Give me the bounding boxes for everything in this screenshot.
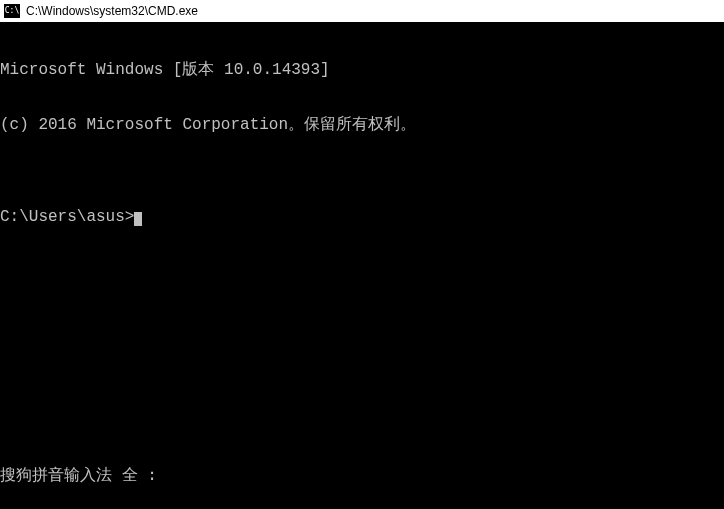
ime-status-bar: 搜狗拼音输入法 全 : <box>0 463 724 486</box>
terminal-line-copyright: (c) 2016 Microsoft Corporation。保留所有权利。 <box>0 116 724 134</box>
terminal-prompt: C:\Users\asus> <box>0 208 134 226</box>
ime-status-text: 搜狗拼音输入法 全 : <box>0 466 157 484</box>
terminal-line-version: Microsoft Windows [版本 10.0.14393] <box>0 61 724 79</box>
cursor <box>134 212 142 226</box>
terminal-area[interactable]: Microsoft Windows [版本 10.0.14393] (c) 20… <box>0 22 724 486</box>
cmd-icon: C:\ <box>4 4 20 18</box>
terminal-prompt-line: C:\Users\asus> <box>0 208 724 226</box>
title-bar[interactable]: C:\ C:\Windows\system32\CMD.exe <box>0 0 724 22</box>
cmd-icon-label: C:\ <box>5 7 19 15</box>
window-title: C:\Windows\system32\CMD.exe <box>26 4 198 18</box>
